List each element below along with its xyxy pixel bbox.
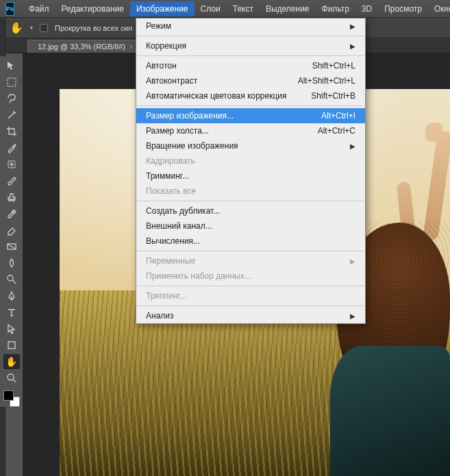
menu-item[interactable]: Анализ▶	[136, 308, 365, 323]
menubar: Ps Файл Редактирование Изображение Слои …	[0, 0, 450, 18]
close-icon[interactable]: ×	[129, 43, 134, 51]
menu-item-label: Внешний канал...	[146, 221, 212, 231]
menu-item-shortcut: Alt+Shift+Ctrl+L	[298, 76, 355, 86]
document-tab[interactable]: 12.jpg @ 33,3% (RGB/8#) ×	[27, 40, 141, 53]
submenu-arrow-icon: ▶	[350, 312, 355, 320]
tool-stamp[interactable]	[3, 190, 20, 205]
menu-item-label: Автоматическая цветовая коррекция	[146, 91, 287, 101]
tool-hand[interactable]: ✋	[3, 354, 20, 369]
scroll-all-label: Прокрутка во всех окн	[55, 24, 132, 32]
menu-item-shortcut: Alt+Ctrl+C	[318, 126, 355, 136]
menu-item[interactable]: Тримминг...	[136, 168, 365, 184]
menu-separator	[137, 251, 364, 251]
menu-item-label: Показать все	[146, 186, 196, 196]
menu-item-label: Размер изображения...	[146, 111, 234, 121]
scroll-all-checkbox[interactable]	[40, 24, 48, 32]
svg-point-5	[8, 374, 14, 380]
menu-item-shortcut: Shift+Ctrl+B	[311, 91, 355, 101]
menu-text[interactable]: Текст	[227, 1, 260, 16]
tool-move[interactable]	[3, 58, 20, 73]
submenu-arrow-icon: ▶	[350, 42, 355, 50]
menu-view[interactable]: Просмотр	[378, 1, 428, 16]
menu-separator	[137, 105, 364, 106]
submenu-arrow-icon: ▶	[350, 258, 355, 265]
menu-item: Применить набор данных...	[136, 268, 365, 284]
menu-separator	[137, 55, 364, 56]
menu-select[interactable]: Выделение	[260, 1, 316, 16]
svg-rect-4	[8, 342, 15, 349]
tool-magic-wand[interactable]	[3, 108, 20, 123]
menu-item-label: Анализ	[146, 311, 174, 321]
svg-point-3	[8, 275, 13, 281]
menu-item[interactable]: Вращение изображения▶	[136, 138, 365, 153]
tool-gradient[interactable]	[3, 239, 20, 254]
menu-image[interactable]: Изображение	[130, 1, 195, 16]
menu-separator	[137, 36, 364, 36]
menu-item-shortcut: Shift+Ctrl+L	[312, 61, 355, 71]
tool-eraser[interactable]	[3, 223, 20, 238]
menu-item-label: Вращение изображения	[146, 141, 238, 151]
menu-separator	[137, 201, 364, 201]
tool-eyedropper[interactable]	[3, 140, 20, 155]
hand-icon: ✋	[5, 356, 17, 367]
menu-item[interactable]: Автоматическая цветовая коррекцияShift+C…	[136, 88, 365, 103]
tool-history-brush[interactable]	[3, 206, 20, 221]
svg-rect-0	[8, 78, 16, 86]
image-menu-dropdown: Режим▶Коррекция▶АвтотонShift+Ctrl+LАвток…	[136, 18, 366, 324]
tool-type[interactable]	[3, 305, 20, 320]
menu-edit[interactable]: Редактирование	[55, 1, 130, 16]
menu-3d[interactable]: 3D	[355, 1, 378, 16]
menu-item-shortcut: Alt+Ctrl+I	[321, 111, 355, 121]
menu-item[interactable]: Внешний канал...	[136, 218, 365, 234]
menu-item[interactable]: АвтоконтрастAlt+Shift+Ctrl+L	[136, 73, 365, 88]
menu-item-label: Треппинг...	[146, 291, 186, 301]
tool-zoom[interactable]	[3, 371, 20, 386]
menu-item-label: Автотон	[146, 61, 177, 71]
submenu-arrow-icon: ▶	[350, 142, 355, 150]
menu-window[interactable]: Окно	[428, 1, 450, 16]
app-logo: Ps	[5, 2, 14, 16]
tool-brush[interactable]	[3, 173, 20, 188]
menu-item[interactable]: АвтотонShift+Ctrl+L	[136, 58, 365, 73]
menu-item: Переменные▶	[136, 253, 365, 268]
menu-filter[interactable]: Фильтр	[316, 1, 355, 16]
hand-tool-icon: ✋	[10, 21, 23, 34]
menu-layers[interactable]: Слои	[195, 1, 227, 16]
menu-item[interactable]: Размер изображения...Alt+Ctrl+I	[136, 108, 365, 123]
menu-item: Показать все	[136, 184, 365, 199]
tool-path-select[interactable]	[3, 321, 20, 336]
tool-pen[interactable]	[3, 288, 20, 303]
tool-shape[interactable]	[3, 338, 20, 353]
menu-item[interactable]: Размер холста...Alt+Ctrl+C	[136, 123, 365, 138]
menu-item-label: Применить набор данных...	[146, 271, 251, 281]
menu-item: Кадрировать	[136, 153, 365, 168]
tool-dodge[interactable]	[3, 272, 20, 287]
tool-preset-caret-icon[interactable]: ▾	[30, 25, 33, 31]
menu-file[interactable]: Файл	[23, 1, 55, 16]
color-swatches[interactable]	[3, 390, 20, 407]
menu-item[interactable]: Вычисления...	[136, 234, 365, 249]
tool-marquee[interactable]	[3, 75, 20, 90]
menu-item-label: Кадрировать	[146, 156, 195, 166]
menu-separator	[137, 286, 364, 286]
tool-crop[interactable]	[3, 124, 20, 139]
menu-item-label: Переменные	[146, 256, 195, 266]
tool-healing-brush[interactable]	[3, 157, 20, 172]
menu-item-label: Автоконтраст	[146, 76, 197, 86]
menu-separator	[137, 305, 364, 306]
tools-panel: ✋	[0, 56, 23, 407]
menu-item-label: Тримминг...	[146, 171, 189, 181]
menu-item-label: Создать дубликат...	[146, 206, 220, 216]
submenu-arrow-icon: ▶	[350, 23, 355, 30]
tool-lasso[interactable]	[3, 91, 20, 106]
menu-item-label: Коррекция	[146, 41, 186, 51]
foreground-color-swatch[interactable]	[3, 390, 14, 401]
document-tab-label: 12.jpg @ 33,3% (RGB/8#)	[38, 42, 125, 51]
menu-item[interactable]: Режим▶	[136, 18, 365, 34]
menu-item[interactable]: Коррекция▶	[136, 38, 365, 53]
menu-item: Треппинг...	[136, 288, 365, 303]
menu-item-label: Режим	[146, 21, 171, 31]
menu-item[interactable]: Создать дубликат...	[136, 203, 365, 218]
menu-item-label: Вычисления...	[146, 236, 200, 246]
tool-blur[interactable]	[3, 255, 20, 271]
